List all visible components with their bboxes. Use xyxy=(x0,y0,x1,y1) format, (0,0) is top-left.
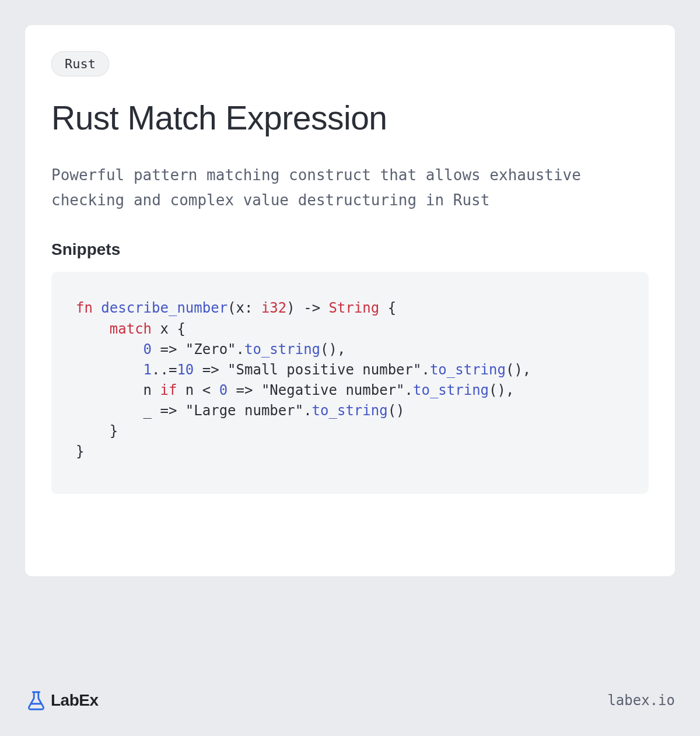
arrow: => xyxy=(194,362,228,378)
condition: n < xyxy=(177,382,219,398)
type-string: String xyxy=(329,300,380,316)
dot: . xyxy=(405,382,413,398)
keyword-if: if xyxy=(160,382,177,398)
footer: LabEx labex.io xyxy=(25,689,675,712)
logo-text: LabEx xyxy=(51,691,99,710)
logo[interactable]: LabEx xyxy=(25,689,99,712)
wildcard-pattern: _ => xyxy=(144,402,186,419)
brace-close: } xyxy=(110,423,118,439)
dot: . xyxy=(421,362,429,378)
content-card: Rust Rust Match Expression Powerful patt… xyxy=(25,25,675,576)
code-snippet: fn describe_number(x: i32) -> String { m… xyxy=(51,272,649,493)
page-title: Rust Match Expression xyxy=(51,100,649,136)
parens: (), xyxy=(320,341,345,358)
paren: ( xyxy=(228,300,236,316)
var-binding: n xyxy=(144,382,160,398)
indent xyxy=(76,321,110,337)
arrow: => xyxy=(228,382,261,398)
method-call: to_string xyxy=(312,402,388,419)
number-literal: 10 xyxy=(177,362,194,378)
number-literal: 0 xyxy=(144,341,152,358)
brace-close: } xyxy=(76,443,84,460)
string-literal: "Large number" xyxy=(186,402,303,419)
indent xyxy=(76,362,144,378)
string-literal: "Negative number" xyxy=(261,382,405,398)
indent xyxy=(76,402,144,419)
method-call: to_string xyxy=(244,341,320,358)
param: x: xyxy=(236,300,261,316)
parens: () xyxy=(388,402,405,419)
method-call: to_string xyxy=(430,362,506,378)
description-text: Powerful pattern matching construct that… xyxy=(51,163,649,213)
type-i32: i32 xyxy=(261,300,286,316)
dot: . xyxy=(303,402,312,419)
match-expr: x { xyxy=(152,321,186,337)
indent xyxy=(76,382,144,398)
dot: . xyxy=(236,341,244,358)
site-url[interactable]: labex.io xyxy=(607,692,675,709)
keyword-match: match xyxy=(110,321,152,337)
brace: { xyxy=(379,300,396,316)
string-literal: "Zero" xyxy=(186,341,236,358)
arrow: => xyxy=(152,341,186,358)
snippets-heading: Snippets xyxy=(51,240,649,259)
string-literal: "Small positive number" xyxy=(228,362,421,378)
flask-icon xyxy=(25,689,47,712)
indent xyxy=(76,341,144,358)
range-op: ..= xyxy=(152,362,177,378)
keyword-fn: fn xyxy=(76,300,93,316)
arrow-return: ) -> xyxy=(286,300,328,316)
number-literal: 0 xyxy=(219,382,228,398)
method-call: to_string xyxy=(413,382,489,398)
language-tag[interactable]: Rust xyxy=(51,51,109,76)
parens: (), xyxy=(506,362,531,378)
function-name: describe_number xyxy=(101,300,228,316)
parens: (), xyxy=(489,382,514,398)
number-literal: 1 xyxy=(144,362,152,378)
indent xyxy=(76,423,110,439)
